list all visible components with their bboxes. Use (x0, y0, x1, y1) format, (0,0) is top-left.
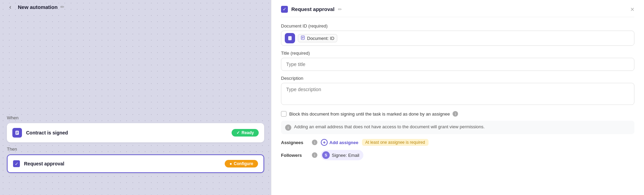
followers-label: Followers (281, 153, 308, 158)
required-badge: At least one assignee is required (362, 139, 429, 146)
svg-rect-1 (16, 132, 18, 132)
description-field: Description (281, 76, 634, 106)
info-note-text: Adding an email address that does not ha… (294, 124, 485, 129)
configure-icon: ● (230, 161, 232, 166)
when-label: When (7, 115, 264, 120)
info-note: i Adding an email address that does not … (281, 121, 634, 134)
followers-info-icon[interactable]: i (312, 152, 317, 158)
follower-chip-label: Signee: Email (332, 153, 359, 158)
ready-icon: ✓ (236, 130, 240, 135)
right-header-left: ✓ Request approval ✏ (281, 6, 342, 13)
workflow-area: When Contract is signed ✓ Ready Then ✓ R… (0, 115, 271, 174)
block-checkbox-label: Block this document from signing until t… (289, 111, 450, 117)
info-note-icon: i (285, 124, 291, 131)
back-button[interactable]: ‹ (5, 2, 15, 12)
trigger-card-title: Contract is signed (26, 130, 68, 136)
assignees-row: Assignees i + Add assignee At least one … (281, 139, 634, 146)
svg-rect-6 (302, 37, 304, 37)
right-panel: ✓ Request approval ✏ × Document ID (requ… (271, 0, 644, 195)
svg-rect-3 (16, 133, 17, 134)
action-header-checkbox[interactable]: ✓ (281, 6, 288, 13)
trigger-card-left: Contract is signed (12, 128, 68, 138)
title-input[interactable] (281, 58, 634, 71)
trigger-card-icon (12, 128, 22, 138)
document-id-field: Document ID (required) Document: ID (281, 23, 634, 46)
follower-avatar: S (322, 151, 330, 159)
configure-label: Configure (234, 161, 253, 166)
add-assignee-button[interactable]: + Add assignee (321, 139, 359, 146)
action-card-left: ✓ Request approval (13, 160, 64, 167)
right-header: ✓ Request approval ✏ × (281, 0, 634, 17)
add-assignee-icon: + (321, 139, 328, 146)
right-panel-title: Request approval (291, 6, 335, 12)
svg-rect-2 (16, 133, 18, 133)
document-id-label: Document ID (required) (281, 23, 634, 29)
title-field: Title (required) (281, 51, 634, 71)
follower-chip[interactable]: S Signee: Email (321, 150, 363, 160)
document-id-icon (285, 33, 295, 43)
configure-badge: ● Configure (225, 160, 258, 167)
trigger-ready-badge: ✓ Ready (232, 129, 259, 137)
trigger-card[interactable]: Contract is signed ✓ Ready (7, 123, 264, 142)
block-checkbox-row: Block this document from signing until t… (281, 111, 634, 117)
add-assignee-label: Add assignee (329, 140, 359, 145)
left-header: ‹ New automation ✏ (0, 0, 271, 14)
doc-chip-file-icon (301, 35, 305, 41)
action-card-checkbox[interactable]: ✓ (13, 160, 20, 167)
action-card-title: Request approval (24, 161, 64, 166)
ready-label: Ready (242, 130, 254, 135)
block-info-icon[interactable]: i (453, 111, 458, 117)
document-id-chip[interactable]: Document: ID (298, 34, 337, 42)
block-checkbox[interactable] (281, 111, 286, 117)
followers-row: Followers i S Signee: Email (281, 150, 634, 160)
svg-rect-8 (302, 38, 303, 39)
assignees-info-icon[interactable]: i (312, 140, 317, 145)
doc-chip-label: Document: ID (307, 36, 334, 41)
title-label: Title (required) (281, 51, 634, 56)
action-card[interactable]: ✓ Request approval ● Configure (7, 154, 264, 173)
svg-rect-7 (302, 37, 304, 38)
edit-title-icon[interactable]: ✏ (60, 4, 65, 10)
edit-action-title-icon[interactable]: ✏ (338, 7, 342, 12)
description-label: Description (281, 76, 634, 81)
assignees-label: Assignees (281, 140, 308, 145)
then-label: Then (7, 147, 264, 152)
description-input[interactable] (281, 83, 634, 105)
page-title: New automation (18, 4, 58, 10)
document-id-row[interactable]: Document: ID (281, 31, 634, 46)
svg-rect-4 (288, 36, 292, 40)
close-button[interactable]: × (630, 6, 634, 13)
left-panel: ‹ New automation ✏ When Contract is sign… (0, 0, 271, 195)
